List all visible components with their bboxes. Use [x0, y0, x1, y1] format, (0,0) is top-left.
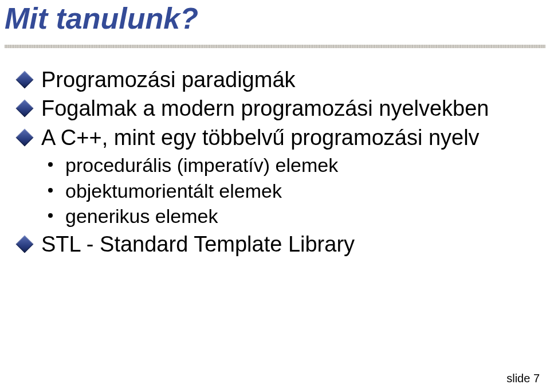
bullet-concepts: Fogalmak a modern programozási nyelvekbe… [18, 95, 522, 121]
sub-bullet-generic: generikus elemek [48, 204, 522, 229]
sub-bullet-oop: objektumorientált elemek [48, 179, 522, 203]
diamond-icon [15, 100, 33, 117]
dot-icon [48, 213, 53, 218]
slide-content: Programozási paradigmák Fogalmak a moder… [18, 64, 522, 260]
dot-icon [48, 162, 53, 167]
diamond-icon [15, 235, 33, 253]
bullet-text: procedurális (imperatív) elemek [65, 154, 338, 176]
bullet-stl: STL - Standard Template Library [18, 231, 522, 257]
bullet-text: objektumorientált elemek [65, 180, 282, 202]
bullet-text: STL - Standard Template Library [41, 232, 355, 256]
sub-bullet-procedural: procedurális (imperatív) elemek [48, 153, 522, 178]
title-divider [5, 45, 545, 48]
bullet-text: Programozási paradigmák [41, 68, 296, 92]
bullet-cpp: A C++, mint egy többelvű programozási ny… [18, 124, 522, 151]
bullet-text: generikus elemek [65, 205, 218, 227]
bullet-paradigms: Programozási paradigmák [18, 66, 522, 93]
diamond-icon [15, 70, 33, 88]
dot-icon [48, 188, 53, 193]
bullet-text: Fogalmak a modern programozási nyelvekbe… [41, 96, 489, 120]
slide-title: Mit tanulunk? [5, 1, 198, 36]
bullet-text: A C++, mint egy többelvű programozási ny… [41, 126, 480, 150]
diamond-icon [15, 128, 33, 146]
slide-number: slide 7 [506, 372, 540, 385]
slide: Mit tanulunk? Programozási paradigmák Fo… [0, 0, 550, 392]
